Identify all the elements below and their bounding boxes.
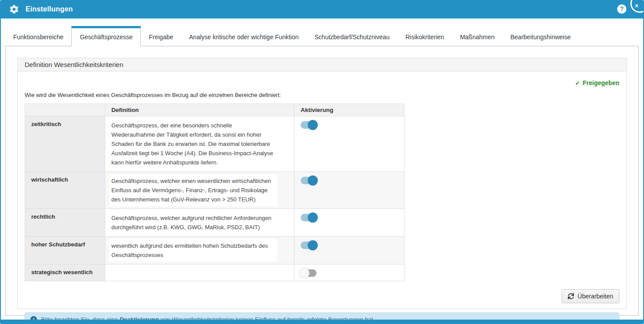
- criterion-definition: Geschäftsprozess, welcher aufgrund recht…: [105, 209, 294, 237]
- table-row: strategisch wesentlich: [25, 264, 405, 281]
- tab-funktionsbereiche[interactable]: Funktionsbereiche: [5, 26, 71, 46]
- close-icon[interactable]: ×: [630, 0, 644, 13]
- rework-button[interactable]: Überarbeiten: [562, 289, 619, 303]
- panel-body: ✔Freigegeben Wie wird die Wesentlichkeit…: [18, 71, 626, 324]
- criterion-definition: [105, 264, 294, 281]
- activation-toggle[interactable]: [301, 121, 316, 129]
- tab-freigabe[interactable]: Freigabe: [141, 26, 181, 46]
- info-note-text: Bitte beachten Sie, dass eine Deaktivier…: [41, 316, 375, 323]
- status-badge: ✔Freigegeben: [25, 79, 619, 86]
- tab-schutzbedarf-schutzniveau[interactable]: Schutzbedarf/Schutzniveau: [307, 26, 397, 46]
- titlebar: Einstellungen ? ×: [1, 0, 643, 19]
- column-header-activation: Aktivierung: [294, 104, 405, 116]
- activation-toggle[interactable]: [301, 177, 316, 184]
- tab-content: Definition Wesentlichkeitskriterien ✔Fre…: [5, 46, 639, 316]
- status-label: Freigegeben: [583, 79, 619, 86]
- window-title: Einstellungen: [26, 5, 73, 13]
- table-header-row: Definition Aktivierung: [25, 104, 405, 116]
- table-row: hoher Schutzbedarf wesentlich aufgrund d…: [25, 237, 405, 264]
- criteria-panel: Definition Wesentlichkeitskriterien ✔Fre…: [17, 58, 627, 309]
- criterion-label: rechtlich: [25, 209, 105, 237]
- tab-risikokriterien[interactable]: Risikokriterien: [397, 26, 452, 46]
- criterion-definition: Geschäftsprozess, der eine besonders sch…: [105, 116, 294, 172]
- toggle-knob: [308, 120, 318, 130]
- tab-analyse-kritische-funktion[interactable]: Analyse kritische oder wichtige Funktion: [181, 26, 307, 46]
- table-row: zeitkritisch Geschäftsprozess, der eine …: [25, 116, 405, 172]
- table-row: rechtlich Geschäftsprozess, welcher aufg…: [25, 209, 405, 237]
- info-icon: i: [30, 316, 37, 323]
- refresh-icon: [568, 293, 574, 299]
- tab-bar: Funktionsbereiche Geschäftsprozesse Frei…: [5, 26, 639, 46]
- column-header-definition: Definition: [105, 104, 294, 116]
- gear-icon: [9, 4, 19, 15]
- check-icon: ✔: [575, 80, 580, 86]
- criterion-definition: Geschäftsprozess, welcher einen wesentli…: [105, 172, 294, 209]
- criterion-definition: wesentlich aufgrund des ermittelten hohe…: [105, 237, 294, 264]
- criterion-label: hoher Schutzbedarf: [25, 237, 105, 264]
- toggle-knob: [299, 268, 309, 278]
- activation-toggle[interactable]: [301, 269, 316, 277]
- toggle-knob: [308, 212, 318, 223]
- settings-window: Einstellungen ? × Funktionsbereiche Gesc…: [0, 0, 644, 324]
- column-header-criterion: [25, 104, 105, 116]
- panel-title: Definition Wesentlichkeitskriterien: [18, 58, 626, 71]
- tab-geschaeftsprozesse[interactable]: Geschäftsprozesse: [71, 26, 141, 46]
- activation-toggle[interactable]: [301, 242, 316, 249]
- criterion-label: strategisch wesentlich: [25, 264, 105, 281]
- table-row: wirtschaftlich Geschäftsprozess, welcher…: [25, 172, 405, 209]
- criterion-label: zeitkritisch: [25, 116, 105, 172]
- toggle-knob: [308, 240, 318, 250]
- toggle-knob: [308, 175, 318, 186]
- tab-bearbeitungshinweise[interactable]: Bearbeitungshinweise: [503, 26, 579, 46]
- activation-toggle[interactable]: [301, 214, 316, 221]
- criteria-table: Definition Aktivierung zeitkritisch Gesc…: [25, 104, 405, 281]
- criterion-label: wirtschaftlich: [25, 172, 105, 209]
- help-icon[interactable]: ?: [617, 4, 626, 14]
- info-note: i Bitte beachten Sie, dass eine Deaktivi…: [25, 313, 619, 324]
- intro-text: Wie wird die Wesentlichkeit eines Geschä…: [25, 92, 619, 98]
- rework-button-label: Überarbeiten: [578, 293, 613, 300]
- tab-massnahmen[interactable]: Maßnahmen: [452, 26, 503, 46]
- button-row: Überarbeiten: [25, 289, 619, 303]
